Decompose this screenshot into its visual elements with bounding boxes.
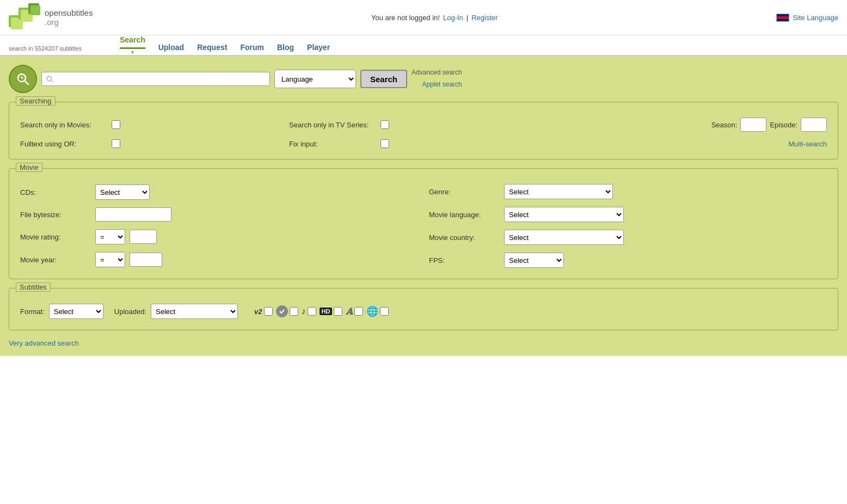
login-area: You are not logged in! Log-In | Register (371, 14, 498, 22)
uploaded-label: Uploaded: (114, 308, 146, 316)
tv-label: Search only in TV Series: (289, 121, 376, 129)
globe-icon: 🌐 (366, 305, 378, 317)
movie-rating-input[interactable] (130, 230, 157, 244)
music-checkbox[interactable] (308, 307, 316, 316)
ai-checkbox[interactable] (354, 307, 363, 316)
episode-label: Episode: (770, 121, 797, 129)
cds-select[interactable]: Select 12345 (95, 185, 150, 200)
site-name: opensubtitles.org (45, 8, 93, 27)
applet-search-link[interactable]: Applet search (422, 81, 462, 88)
logo-icon (9, 3, 40, 32)
nav-item-search[interactable]: Search (120, 35, 145, 49)
badge-verified (276, 305, 298, 317)
verified-icon (276, 305, 288, 317)
search-icon-circle (9, 65, 37, 93)
subtitles-section: Subtitles Format: Select Uploaded: Selec… (9, 288, 838, 330)
season-input[interactable] (740, 118, 766, 132)
fix-input-label: Fix input: (289, 140, 376, 148)
nav-brand: search in 5524207 subtitles (0, 35, 120, 55)
file-bytesize-label: File bytesize: (20, 211, 91, 219)
tv-series-checkbox-row: Search only in TV Series: (289, 120, 558, 129)
badge-music: ♪ (302, 306, 316, 316)
footer-link-area: Very advanced search (9, 339, 838, 347)
episode-input[interactable] (801, 118, 827, 132)
season-episode-row: Season: Episode: (558, 118, 827, 132)
v2-checkbox[interactable] (264, 307, 273, 316)
main-content: Language Search Advanced search Applet s… (0, 56, 847, 356)
site-language-link[interactable]: Site Language (793, 14, 838, 22)
fulltext-label: Fulltext using OR: (20, 140, 107, 148)
ai-icon: 𝔸 (346, 306, 352, 317)
nav-dropdown-arrow: ▼ (130, 50, 134, 55)
globe-checkbox[interactable] (380, 307, 389, 316)
movies-checkbox[interactable] (112, 120, 120, 129)
season-label: Season: (711, 121, 738, 129)
logo: opensubtitles.org (9, 3, 93, 32)
movie-language-select[interactable]: Select (504, 207, 624, 222)
genre-select[interactable]: Select (504, 184, 613, 199)
movie-country-label: Movie country: (429, 233, 500, 242)
file-bytesize-input[interactable] (95, 207, 171, 222)
nav-item-upload[interactable]: Upload (158, 43, 184, 55)
fulltext-checkbox[interactable] (112, 139, 120, 148)
not-logged-in-text: You are not logged in! (371, 14, 440, 22)
multi-search-link[interactable]: Multi-search (788, 140, 827, 148)
uploaded-select[interactable]: Select (151, 304, 238, 319)
movies-label: Search only in Movies: (20, 121, 107, 129)
movie-country-row: Movie country: Select (429, 230, 827, 245)
site-header: opensubtitles.org You are not logged in!… (0, 0, 847, 35)
badges-row: v2 ♪ HD (254, 305, 389, 317)
verified-checkbox[interactable] (290, 307, 298, 316)
advanced-search-label: Advanced search (412, 69, 462, 76)
login-link[interactable]: Log-In (443, 14, 463, 22)
movie-section-title: Movie (16, 163, 42, 172)
music-icon: ♪ (302, 306, 306, 316)
flag-icon (776, 14, 789, 22)
movie-year-op-select[interactable]: =><>=<= (95, 252, 125, 267)
cds-label: CDs: (20, 188, 91, 196)
subtitles-section-title: Subtitles (16, 282, 51, 292)
badge-hd: HD (320, 307, 343, 316)
format-select[interactable]: Select (49, 304, 103, 319)
nav-item-forum[interactable]: Forum (240, 43, 264, 55)
searching-section: Searching Search only in Movies: Search … (9, 102, 838, 159)
nav-item-request[interactable]: Request (197, 43, 227, 55)
movie-section: Movie CDs: Select 12345 File bytesize: (9, 168, 838, 279)
nav-bar: search in 5524207 subtitles Search ▼ Upl… (0, 35, 847, 56)
nav-item-search-wrap: Search ▼ (120, 35, 145, 55)
genre-label: Genre: (429, 188, 500, 196)
nav-item-player[interactable]: Player (307, 43, 330, 55)
movie-rating-row: Movie rating: =><>=<= (20, 229, 418, 244)
search-magnifier-icon (46, 75, 53, 83)
movie-language-label: Movie language: (429, 211, 500, 219)
hd-icon: HD (320, 308, 333, 315)
multi-search-cell: Multi-search (558, 140, 827, 148)
movies-checkbox-row: Search only in Movies: (20, 120, 289, 129)
language-select[interactable]: Language (274, 70, 356, 88)
nav-item-blog[interactable]: Blog (277, 43, 294, 55)
uploaded-field: Uploaded: Select (114, 304, 238, 319)
fulltext-checkbox-row: Fulltext using OR: (20, 139, 289, 148)
register-link[interactable]: Register (471, 14, 498, 22)
v2-label: v2 (254, 308, 262, 316)
movie-rating-label: Movie rating: (20, 233, 91, 241)
search-bar-row: Language Search Advanced search Applet s… (9, 65, 838, 93)
svg-point-10 (47, 76, 51, 81)
movie-year-input[interactable] (130, 253, 162, 267)
movie-year-label: Movie year: (20, 256, 91, 264)
site-language-area: Site Language (776, 14, 838, 22)
search-button[interactable]: Search (360, 70, 407, 88)
very-advanced-search-link[interactable]: Very advanced search (9, 339, 79, 347)
tv-checkbox[interactable] (380, 120, 389, 129)
nav-menu: Search ▼ Upload Request Forum Blog Playe… (120, 35, 330, 55)
search-input[interactable] (41, 72, 270, 86)
fix-input-checkbox[interactable] (380, 139, 389, 148)
hd-checkbox[interactable] (334, 307, 342, 316)
badge-globe: 🌐 (366, 305, 389, 317)
movie-country-select[interactable]: Select (504, 230, 624, 245)
subtitle-count: search in 5524207 subtitles (9, 45, 111, 52)
movie-year-row: Movie year: =><>=<= (20, 252, 418, 267)
fps-select[interactable]: Select (504, 253, 564, 268)
fps-label: FPS: (429, 256, 500, 265)
movie-rating-op-select[interactable]: =><>=<= (95, 229, 125, 244)
